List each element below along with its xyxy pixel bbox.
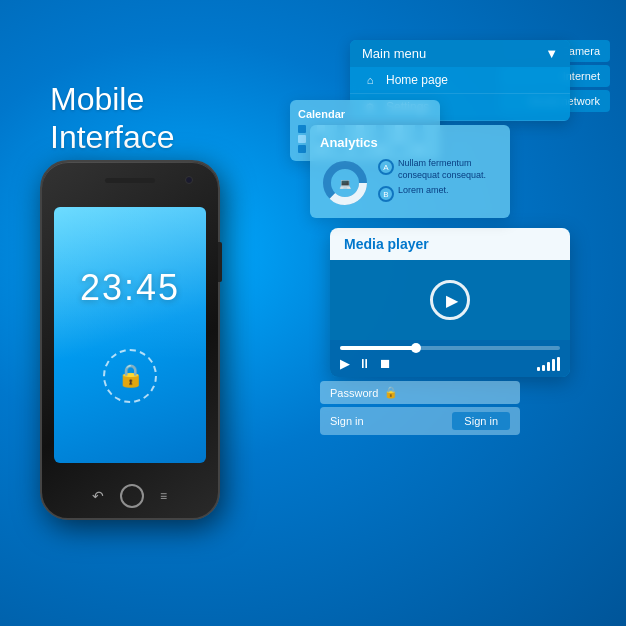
progress-dot [411,343,421,353]
chevron-down-icon: ▼ [545,46,558,61]
media-controls: ▶ ⏸ ⏹ [330,340,570,377]
main-menu-title: Main menu [362,46,426,61]
panels-container: Camera Internet Social network Main menu… [290,40,610,435]
analytics-item-b: B Lorem amet. [378,185,500,202]
phone-menu-button[interactable]: ≡ [160,489,168,503]
phone-speaker [105,178,155,183]
phone-body: 23:45 🔒 ↶ ≡ [40,160,220,520]
cal-dot [298,125,306,133]
donut-chart: 💻 [320,158,370,208]
media-player-panel: Media player ▶ ▶ ⏸ ⏹ [330,228,570,377]
password-field: Password 🔒 [330,386,510,399]
svg-text:💻: 💻 [339,177,352,190]
app-title: Mobile Interface [50,80,175,157]
stop-button[interactable]: ⏹ [379,356,392,371]
analytics-item-a-text: Nullam fermentum consequat consequat. [398,158,500,181]
main-menu-header: Main menu ▼ [350,40,570,67]
signin-button[interactable]: Sign in [452,412,510,430]
signin-label: Sign in [330,415,364,427]
password-label: Password [330,387,378,399]
phone-lock-icon: 🔒 [103,349,157,403]
play-button[interactable]: ▶ [340,356,350,371]
phone-time: 23:45 [80,267,180,309]
title-block: Mobile Interface [50,80,175,157]
vol-bar-4 [552,359,555,371]
item-bullet-a: A [378,159,394,175]
media-video-area[interactable]: ▶ [330,260,570,340]
analytics-items: A Nullam fermentum consequat consequat. … [378,158,500,206]
control-buttons: ▶ ⏸ ⏹ [340,356,560,371]
phone-camera [185,176,193,184]
lock-icon: 🔒 [384,386,398,399]
media-player-header: Media player [330,228,570,260]
menu-item-home-label: Home page [386,73,448,87]
media-player-title: Media player [344,236,429,252]
vol-bar-2 [542,365,545,371]
home-icon: ⌂ [362,72,378,88]
phone-back-button[interactable]: ↶ [92,488,104,504]
phone-side-button [218,242,222,282]
menu-item-home[interactable]: ⌂ Home page [350,67,570,94]
phone-screen: 23:45 🔒 [54,207,206,463]
cal-dot [298,145,306,153]
phone-container: 23:45 🔒 ↶ ≡ [40,160,240,540]
item-bullet-b: B [378,186,394,202]
phone-home-button[interactable] [120,484,144,508]
calendar-title: Calendar [298,108,432,120]
play-button-large[interactable]: ▶ [430,280,470,320]
phone-nav-buttons: ↶ ≡ [42,484,218,508]
analytics-title: Analytics [320,135,500,150]
password-panel: Password 🔒 [320,381,520,404]
vol-bar-3 [547,362,550,371]
vol-bar-1 [537,367,540,371]
cal-dot [298,135,306,143]
analytics-item-a: A Nullam fermentum consequat consequat. [378,158,500,181]
progress-bar[interactable] [340,346,560,350]
analytics-panel: Analytics 💻 A Nullam fermentum consequat… [310,125,510,218]
volume-bars [537,357,560,371]
signin-panel: Sign in Sign in [320,407,520,435]
progress-fill [340,346,417,350]
analytics-item-b-text: Lorem amet. [398,185,449,197]
analytics-content: 💻 A Nullam fermentum consequat consequat… [320,158,500,208]
pause-button[interactable]: ⏸ [358,356,371,371]
vol-bar-5 [557,357,560,371]
